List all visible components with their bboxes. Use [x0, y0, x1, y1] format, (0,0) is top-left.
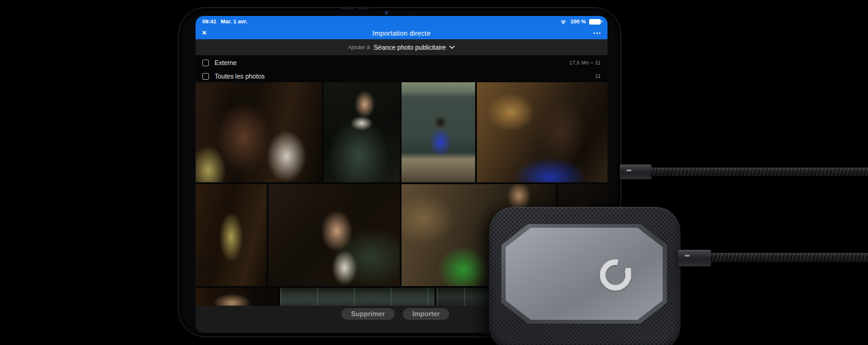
checkbox-externe[interactable]: [202, 60, 209, 66]
add-to-selector[interactable]: Ajouter à Séance photo publicitaire: [196, 39, 607, 55]
photo-thumbnail[interactable]: [324, 82, 400, 182]
external-ssd-drive: [489, 207, 680, 345]
source-meta: 17,6 Mo – 11: [569, 60, 601, 66]
connector-logo-mark: [626, 169, 631, 171]
add-to-label: Ajouter à: [348, 44, 370, 50]
source-meta: 11: [595, 73, 601, 79]
sensor-dot: [412, 12, 414, 14]
page-title: Importation directe: [227, 29, 576, 37]
photo-thumbnail[interactable]: [268, 184, 400, 286]
braided-cable-ssd: [709, 253, 868, 262]
volume-button: [341, 7, 354, 9]
battery-icon: [589, 19, 601, 25]
photo-thumbnail[interactable]: [436, 288, 495, 306]
source-row-externe[interactable]: Externe 17,6 Mo – 11: [196, 55, 607, 70]
front-camera: [385, 11, 388, 14]
source-label: Toutes les photos: [215, 72, 265, 80]
photo-thumbnail[interactable]: [477, 82, 607, 182]
photo-thumbnail[interactable]: [280, 288, 435, 306]
drive-metal-plate: [506, 228, 663, 320]
g-drive-logo-icon: [598, 257, 633, 293]
braided-cable-ipad: [650, 168, 868, 176]
date: Mar. 1 avr.: [221, 18, 248, 25]
add-to-value: Séance photo publicitaire: [374, 44, 446, 51]
scene: 09:41 Mar. 1 avr. 100 % ✕ Importation di…: [0, 0, 868, 345]
source-label: Externe: [215, 59, 237, 66]
connector-logo-mark: [685, 255, 690, 257]
import-button[interactable]: Importer: [403, 308, 450, 320]
usbc-connector-ipad: [620, 165, 652, 179]
usbc-connector-ssd: [678, 250, 711, 266]
battery-percent: 100 %: [570, 18, 586, 25]
checkbox-toutes-les-photos[interactable]: [202, 73, 209, 80]
status-bar: 09:41 Mar. 1 avr. 100 %: [196, 16, 607, 27]
photo-thumbnail[interactable]: [402, 82, 475, 182]
photo-thumbnail[interactable]: [196, 184, 267, 286]
delete-button[interactable]: Supprimer: [341, 308, 395, 320]
more-options-button[interactable]: •••: [593, 31, 601, 36]
volume-button: [357, 7, 368, 9]
photo-thumbnail[interactable]: [196, 82, 322, 182]
source-row-toutes-les-photos[interactable]: Toutes les photos 11: [196, 70, 607, 82]
wifi-icon: [560, 19, 567, 25]
chevron-down-icon: [449, 45, 455, 49]
clock: 09:41: [202, 18, 216, 25]
photo-thumbnail[interactable]: [196, 288, 278, 306]
close-button[interactable]: ✕: [202, 30, 207, 36]
nav-bar: ✕ Importation directe •••: [196, 27, 607, 39]
